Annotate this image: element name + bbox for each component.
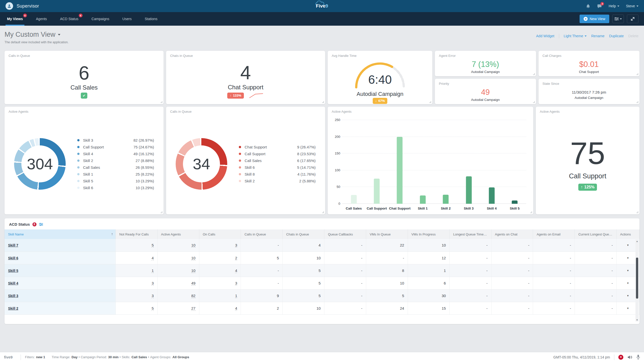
legend-item[interactable]: Call Support8 (23.53%)	[239, 150, 316, 157]
value-link[interactable]: 4	[151, 256, 154, 260]
fullscreen-button[interactable]	[627, 15, 638, 23]
value-link[interactable]: 2	[235, 256, 237, 260]
resize-handle[interactable]	[322, 211, 324, 213]
resize-handle[interactable]	[636, 211, 638, 213]
skill-link-skill-6[interactable]: Skill 6	[8, 256, 18, 260]
bar-chat-support[interactable]	[397, 137, 403, 204]
column-header-current-longest-queue-t-[interactable]: Current Longest Queue T...	[575, 229, 617, 239]
bar-skill-5[interactable]	[512, 200, 518, 204]
legend-item[interactable]: Skill 449 (16.12%)	[77, 150, 154, 157]
value-link[interactable]: 5	[151, 306, 154, 311]
column-header-vms-in-queue[interactable]: VMs In Queue	[366, 229, 408, 239]
skill-link-skill-3[interactable]: Skill 3	[8, 294, 18, 298]
resize-handle[interactable]	[429, 101, 431, 103]
sort-ascending-icon[interactable]: ↑	[111, 232, 113, 236]
column-header-agents-on-email[interactable]: Agents on Email	[533, 229, 575, 239]
column-header-actions[interactable]: Actions	[617, 229, 639, 239]
legend-item[interactable]: Skill 610 (3.29%)	[77, 184, 154, 191]
column-header-vms-in-progress[interactable]: VMs In Progress	[408, 229, 449, 239]
resize-handle[interactable]	[636, 101, 638, 103]
user-menu[interactable]: Steve	[626, 4, 638, 8]
tab-users[interactable]: Users	[121, 12, 133, 26]
skill-link-skill-5[interactable]: Skill 5	[8, 269, 18, 273]
context-filters[interactable]: Time Range:Day•Campaign Period:30 min•Sk…	[52, 355, 189, 359]
help-menu[interactable]: Help	[609, 4, 619, 8]
microphone-icon[interactable]	[636, 355, 640, 360]
legend-item[interactable]: Skill 125 (8.22%)	[77, 171, 154, 178]
new-view-button[interactable]: + New View	[580, 15, 609, 23]
resize-handle[interactable]	[533, 73, 535, 75]
legend-item[interactable]: Skill 84 (11.76%)	[239, 171, 316, 178]
column-header-queue-callbacks[interactable]: Queue Callbacks	[324, 229, 366, 239]
legend-item[interactable]: Skill 65 (14.71%)	[239, 164, 316, 171]
rename-link[interactable]: Rename	[591, 34, 604, 38]
value-link[interactable]: 82	[191, 294, 196, 298]
resize-handle[interactable]	[636, 73, 638, 75]
value-link[interactable]: 5	[151, 243, 154, 248]
legend-item[interactable]: Skill 22 (5.88%)	[239, 178, 316, 184]
value-link[interactable]: 3	[235, 281, 237, 286]
resize-handle[interactable]	[322, 101, 324, 103]
view-options-button[interactable]	[612, 15, 624, 23]
light-theme-link[interactable]: Light Theme	[564, 34, 587, 38]
skill-link-skill-2[interactable]: Skill 2	[8, 306, 18, 310]
user-avatar-icon[interactable]	[6, 2, 13, 10]
legend-item[interactable]: Skill 382 (26.97%)	[77, 137, 154, 144]
bar-skill-3[interactable]	[466, 176, 472, 204]
column-header-on-calls[interactable]: On Calls	[199, 229, 241, 239]
column-header-not-ready-for-calls[interactable]: Not Ready For Calls	[116, 229, 157, 239]
value-link[interactable]: 4	[235, 268, 237, 273]
column-header-skill-name[interactable]: Skill Name↑	[5, 229, 116, 239]
resize-handle[interactable]	[530, 211, 532, 213]
legend-item[interactable]: Call Support75 (24.67%)	[77, 144, 154, 150]
value-link[interactable]: 3	[151, 294, 154, 298]
scroll-up-icon[interactable]: ▲	[635, 239, 639, 243]
value-link[interactable]: 3	[235, 243, 237, 248]
value-link[interactable]: 1	[235, 294, 237, 298]
tab-campaigns[interactable]: Campaigns	[90, 12, 111, 26]
tab-my-views[interactable]: My Views8	[6, 12, 24, 26]
legend-item[interactable]: Call Sales6 (17.65%)	[239, 157, 316, 164]
value-link[interactable]: 1	[151, 268, 154, 273]
scrollbar-thumb[interactable]	[636, 258, 638, 299]
tab-stations[interactable]: Stations	[143, 12, 159, 26]
duplicate-link[interactable]: Duplicate	[609, 34, 624, 38]
messages-chat-icon[interactable]: 3	[597, 4, 602, 9]
speaker-icon[interactable]	[627, 355, 632, 359]
bar-call-support[interactable]	[374, 179, 380, 204]
column-header-active-agents[interactable]: Active Agents	[157, 229, 199, 239]
scroll-down-icon[interactable]: ▼	[635, 318, 639, 321]
value-link[interactable]: 4	[235, 306, 237, 311]
bar-skill-4[interactable]	[489, 187, 495, 204]
column-header-longest-queue-time-voi-[interactable]: Longest Queue Time (Voi...	[449, 229, 491, 239]
resize-handle[interactable]	[161, 101, 162, 103]
value-link[interactable]: 27	[191, 306, 196, 311]
skill-link-skill-4[interactable]: Skill 4	[8, 281, 18, 285]
bar-skill-1[interactable]	[420, 195, 426, 204]
legend-item[interactable]: Call Sales26 (8.55%)	[77, 164, 154, 171]
skill-link-skill-7[interactable]: Skill 7	[8, 243, 18, 247]
filter-sliders-icon[interactable]	[39, 223, 43, 226]
column-header-agents-on-chat[interactable]: Agents on Chat	[491, 229, 533, 239]
legend-item[interactable]: Skill 227 (8.88%)	[77, 157, 154, 164]
resize-handle[interactable]	[161, 211, 162, 213]
legend-item[interactable]: Chat Support9 (26.47%)	[239, 144, 316, 150]
filters-info[interactable]: Filters: new 1	[25, 355, 45, 359]
table-scrollbar[interactable]: ▲ ▼	[635, 239, 639, 321]
value-link[interactable]: 10	[191, 256, 196, 260]
value-link[interactable]: 10	[191, 243, 196, 248]
bar-call-sales[interactable]	[351, 195, 357, 204]
bar-skill-2[interactable]	[443, 195, 449, 204]
column-header-calls-in-queue[interactable]: Calls in Queue	[241, 229, 283, 239]
resize-handle[interactable]	[533, 101, 535, 103]
disconnect-status-icon[interactable]: ✕	[618, 355, 623, 360]
notifications-bell-icon[interactable]	[586, 4, 590, 9]
tab-agents[interactable]: Agents	[34, 12, 49, 26]
tab-acd-status[interactable]: ACD Status8	[58, 12, 80, 26]
value-link[interactable]: 10	[191, 268, 196, 273]
legend-item[interactable]: Skill 510 (3.29%)	[77, 178, 154, 184]
value-link[interactable]: 3	[151, 281, 154, 286]
column-header-chats-in-queue[interactable]: Chats in Queue	[283, 229, 324, 239]
value-link[interactable]: 49	[191, 281, 196, 286]
add-widget-link[interactable]: Add Widget	[536, 34, 554, 38]
